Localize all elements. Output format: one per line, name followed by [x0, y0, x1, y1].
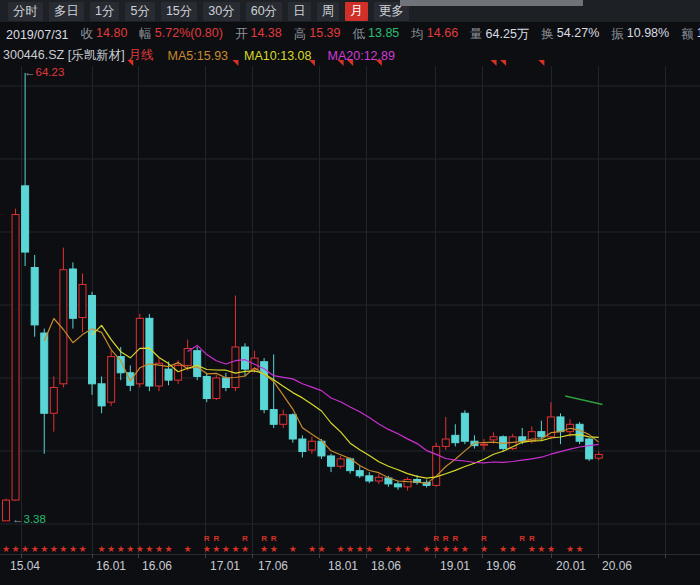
announcement-star-marker[interactable]: ★	[40, 544, 48, 554]
announcement-star-marker[interactable]: ★	[576, 544, 584, 554]
candle[interactable]	[175, 365, 182, 380]
candle[interactable]	[108, 357, 115, 403]
candle[interactable]	[155, 363, 162, 386]
announcement-star-marker[interactable]: ★	[461, 544, 469, 554]
candle[interactable]	[50, 387, 57, 413]
candle[interactable]	[328, 456, 335, 466]
announcement-star-marker[interactable]: ★	[59, 544, 67, 554]
candle[interactable]	[375, 477, 382, 481]
announcement-star-marker[interactable]: ★	[231, 544, 239, 554]
announcement-star-marker[interactable]: ★	[356, 544, 364, 554]
announcement-star-marker[interactable]: ★	[499, 544, 507, 554]
announcement-star-marker[interactable]: ★	[317, 544, 325, 554]
announcement-star-marker[interactable]: ★	[136, 544, 144, 554]
announcement-star-marker[interactable]: ★	[12, 544, 20, 554]
candle[interactable]	[69, 269, 76, 318]
candle[interactable]	[595, 454, 602, 458]
candle[interactable]	[270, 410, 277, 425]
candle[interactable]	[98, 384, 105, 406]
period-button-30分[interactable]: 30分	[203, 2, 239, 21]
candle[interactable]	[289, 415, 296, 439]
candle[interactable]	[461, 413, 468, 441]
announcement-star-marker[interactable]: ★	[547, 544, 555, 554]
candle[interactable]	[3, 500, 10, 521]
announcement-star-marker[interactable]: ★	[203, 544, 211, 554]
candle[interactable]	[481, 444, 488, 445]
period-button-15分[interactable]: 15分	[161, 2, 197, 21]
announcement-star-marker[interactable]: ★	[384, 544, 392, 554]
period-button-日[interactable]: 日	[288, 2, 311, 21]
candle[interactable]	[394, 484, 401, 487]
announcement-star-marker[interactable]: ★	[270, 544, 278, 554]
announcement-star-marker[interactable]: ★	[31, 544, 39, 554]
announcement-star-marker[interactable]: ★	[2, 544, 10, 554]
announcement-star-marker[interactable]: ★	[509, 544, 517, 554]
period-button-1分[interactable]: 1分	[90, 2, 119, 21]
candle[interactable]	[31, 268, 38, 325]
candle[interactable]	[213, 378, 220, 399]
announcement-star-marker[interactable]: ★	[78, 544, 86, 554]
horizontal-scrollbar-thumb[interactable]	[400, 0, 583, 6]
candle[interactable]	[222, 378, 229, 388]
candle[interactable]	[404, 479, 411, 486]
period-button-分时[interactable]: 分时	[8, 2, 43, 21]
candle[interactable]	[366, 476, 373, 481]
candle[interactable]	[337, 459, 344, 466]
candle[interactable]	[452, 435, 459, 442]
candle[interactable]	[232, 347, 239, 387]
candle[interactable]	[299, 439, 306, 452]
announcement-star-marker[interactable]: ★	[117, 544, 125, 554]
announcement-star-marker[interactable]: ★	[337, 544, 345, 554]
announcement-star-marker[interactable]: ★	[365, 544, 373, 554]
announcement-star-marker[interactable]: ★	[126, 544, 134, 554]
candle[interactable]	[433, 446, 440, 485]
candle[interactable]	[442, 439, 449, 446]
announcement-star-marker[interactable]: ★	[403, 544, 411, 554]
candle[interactable]	[242, 347, 249, 369]
candle[interactable]	[203, 376, 210, 398]
announcement-star-marker[interactable]: ★	[164, 544, 172, 554]
announcement-star-marker[interactable]: ★	[451, 544, 459, 554]
announcement-star-marker[interactable]: ★	[346, 544, 354, 554]
candle[interactable]	[41, 333, 48, 413]
candle[interactable]	[194, 351, 201, 377]
period-button-周[interactable]: 周	[317, 2, 340, 21]
announcement-star-marker[interactable]: ★	[241, 544, 249, 554]
period-button-多日[interactable]: 多日	[49, 2, 84, 21]
candle[interactable]	[356, 471, 363, 476]
candle[interactable]	[12, 215, 19, 501]
candle[interactable]	[79, 284, 86, 317]
announcement-star-marker[interactable]: ★	[21, 544, 29, 554]
announcement-star-marker[interactable]: ★	[98, 544, 106, 554]
announcement-star-marker[interactable]: ★	[537, 544, 545, 554]
announcement-star-marker[interactable]: ★	[212, 544, 220, 554]
announcement-star-marker[interactable]: ★	[289, 544, 297, 554]
candle[interactable]	[146, 318, 153, 386]
candle[interactable]	[22, 186, 29, 252]
announcement-star-marker[interactable]: ★	[394, 544, 402, 554]
candle[interactable]	[586, 439, 593, 459]
period-button-月[interactable]: 月	[345, 2, 368, 21]
announcement-star-marker[interactable]: ★	[528, 544, 536, 554]
announcement-star-marker[interactable]: ★	[480, 544, 488, 554]
announcement-star-marker[interactable]: ★	[442, 544, 450, 554]
announcement-star-marker[interactable]: ★	[155, 544, 163, 554]
candle[interactable]	[165, 369, 172, 380]
period-button-5分[interactable]: 5分	[125, 2, 154, 21]
candle[interactable]	[490, 437, 497, 440]
kline-chart[interactable]: ★★★★★★★★★★★★★★★★★★★★★★★★★★★★★★★★★★★★★★★★…	[0, 0, 700, 585]
announcement-star-marker[interactable]: ★	[432, 544, 440, 554]
candle[interactable]	[89, 295, 96, 383]
period-button-60分[interactable]: 60分	[246, 2, 282, 21]
announcement-star-marker[interactable]: ★	[50, 544, 58, 554]
announcement-star-marker[interactable]: ★	[184, 544, 192, 554]
candle[interactable]	[538, 432, 545, 437]
announcement-star-marker[interactable]: ★	[260, 544, 268, 554]
candle[interactable]	[308, 441, 315, 450]
candle[interactable]	[557, 417, 564, 432]
announcement-star-marker[interactable]: ★	[69, 544, 77, 554]
announcement-star-marker[interactable]: ★	[222, 544, 230, 554]
announcement-star-marker[interactable]: ★	[423, 544, 431, 554]
announcement-star-marker[interactable]: ★	[308, 544, 316, 554]
candle[interactable]	[576, 424, 583, 441]
